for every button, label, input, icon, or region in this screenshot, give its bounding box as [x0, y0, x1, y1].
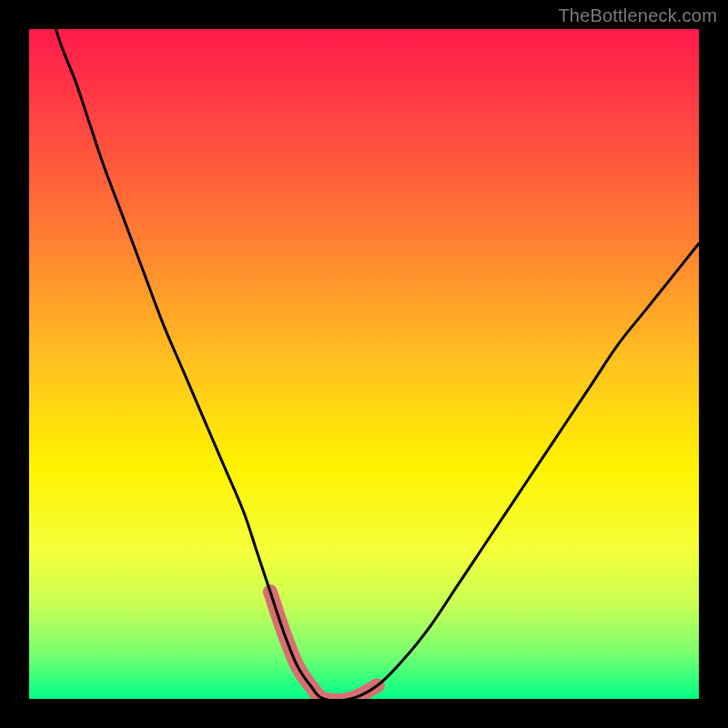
plot-background — [29, 29, 699, 699]
chart-frame: { "watermark": "TheBottleneck.com", "col… — [0, 0, 728, 728]
bottleneck-chart — [0, 0, 728, 728]
watermark-text: TheBottleneck.com — [558, 5, 717, 26]
